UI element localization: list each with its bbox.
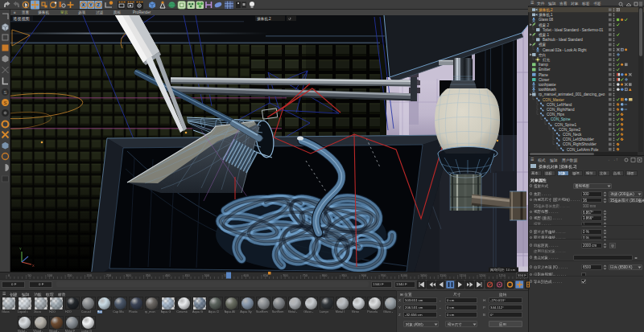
svg-text:950: 950 — [381, 274, 386, 277]
svg-text:视窗.1: 视窗.1 — [539, 32, 549, 38]
svg-text:CON_Neck: CON_Neck — [563, 133, 582, 137]
svg-text:600: 600 — [244, 274, 249, 277]
svg-text:CON_RightShoulder: CON_RightShoulder — [563, 142, 597, 146]
svg-text:视窗: 视窗 — [539, 42, 547, 47]
svg-text:200: 200 — [87, 274, 92, 277]
svg-text:Emitter: Emitter — [539, 68, 551, 72]
svg-text:1000: 1000 — [401, 274, 407, 277]
svg-text:摄像机.1: 摄像机.1 — [539, 13, 553, 17]
svg-text:500: 500 — [204, 274, 209, 277]
svg-text:摄像机.2: 摄像机.2 — [257, 17, 271, 21]
svg-text:400: 400 — [165, 274, 170, 277]
svg-text:Glass 08: Glass 08 — [539, 18, 554, 22]
svg-text:Y: Y — [19, 247, 22, 251]
svg-text:700: 700 — [283, 274, 287, 277]
svg-text:300: 300 — [126, 274, 130, 277]
svg-text:X: X — [32, 264, 35, 268]
svg-text:1250: 1250 — [498, 274, 505, 277]
svg-text:摄像机.2: 摄像机.2 — [539, 8, 553, 12]
svg-text:CON_RightHand: CON_RightHand — [547, 108, 575, 112]
svg-text:1050: 1050 — [420, 274, 427, 277]
svg-text:450: 450 — [184, 274, 189, 277]
svg-text:750: 750 — [303, 274, 308, 277]
svg-text:850: 850 — [341, 274, 346, 277]
svg-text:1100: 1100 — [440, 274, 446, 277]
svg-text:Bathtub - Ideal Standard: Bathtub - Ideal Standard — [543, 38, 583, 42]
svg-text:Toilet - Ideal Standard - Sanf: Toilet - Ideal Standard - Sanfermo-01 — [543, 28, 604, 32]
svg-text:1200: 1200 — [479, 274, 485, 277]
svg-text:900: 900 — [361, 274, 366, 277]
svg-text:Plane: Plane — [539, 73, 548, 77]
svg-text:150: 150 — [67, 274, 72, 277]
svg-text:CON_Master: CON_Master — [543, 98, 564, 102]
svg-text:rp_manuel_animated_001_dancing: rp_manuel_animated_001_dancing_geo — [539, 92, 605, 96]
svg-text:CON_LeftHand: CON_LeftHand — [547, 103, 572, 107]
svg-text:1150: 1150 — [460, 274, 466, 277]
svg-text:toothpaste: toothpaste — [539, 83, 556, 87]
svg-text:透视视图: 透视视图 — [13, 16, 30, 22]
svg-text:S: S — [3, 90, 6, 95]
svg-text:Y: Y — [89, 2, 93, 7]
svg-text:250: 250 — [106, 274, 111, 277]
svg-text:CON_Hips: CON_Hips — [547, 113, 565, 117]
svg-text:50: 50 — [27, 274, 31, 277]
svg-text:S: S — [3, 100, 6, 105]
svg-text:0: 0 — [8, 274, 10, 277]
svg-text:CON_Spine1: CON_Spine1 — [555, 123, 577, 127]
svg-text:Casual 02a - Look At Right: Casual 02a - Look At Right — [543, 48, 587, 52]
svg-text:350: 350 — [146, 274, 151, 277]
svg-text:视窗.2: 视窗.2 — [539, 23, 549, 28]
svg-text:framp: framp — [539, 63, 548, 67]
svg-text:toothbrush: toothbrush — [539, 88, 556, 92]
svg-text:800: 800 — [322, 274, 327, 277]
svg-text:Closer: Closer — [539, 78, 550, 82]
svg-text:CON_LeftArm Pole: CON_LeftArm Pole — [567, 148, 599, 152]
svg-text:空白: 空白 — [539, 53, 546, 58]
svg-text:CON_Spine: CON_Spine — [551, 117, 571, 121]
svg-text:灯光: 灯光 — [543, 58, 551, 63]
svg-text:X: X — [82, 2, 85, 7]
svg-text:CON_Spine2: CON_Spine2 — [559, 128, 581, 132]
svg-text:↺: ↺ — [288, 17, 291, 21]
svg-text:100: 100 — [47, 274, 52, 277]
svg-text:650: 650 — [263, 274, 268, 277]
svg-text:CON_LeftShoulder: CON_LeftShoulder — [563, 137, 594, 141]
